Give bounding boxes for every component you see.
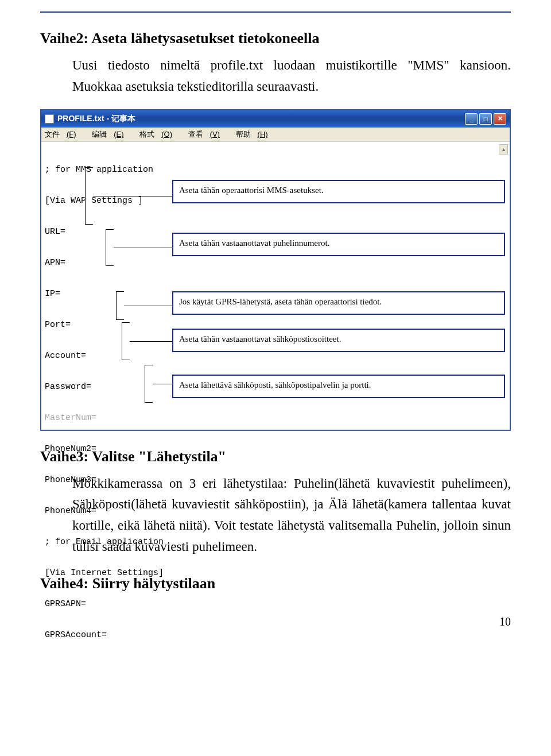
editor-line: PhoneNum2= (45, 444, 164, 454)
callout-mms: Aseta tähän operaattorisi MMS-asetukset. (172, 180, 505, 203)
callout-send-email: Aseta lähettävä sähköposti, sähköpostipa… (172, 375, 505, 398)
notepad-window: PROFILE.txt - 记事本 _ □ ✕ 文件(F) 编辑(E) 格式(O… (40, 109, 511, 431)
section1-title: Vaihe2: Aseta lähetysasetukset tietokone… (40, 30, 511, 47)
editor-line: Password= (45, 382, 164, 392)
window-title: PROFILE.txt - 记事本 (57, 114, 135, 124)
close-button[interactable]: ✕ (494, 113, 506, 125)
top-rule (40, 11, 511, 13)
editor-line: APN= (45, 258, 164, 268)
editor-line: GPRSAPN= (45, 599, 164, 610)
window-titlebar: PROFILE.txt - 记事本 _ □ ✕ (41, 110, 510, 128)
editor-line: [Via Internet Settings] (45, 568, 164, 578)
section1-body: Uusi tiedosto nimeltä profile.txt luodaa… (40, 55, 511, 98)
editor-line: PhoneNum4= (45, 506, 164, 516)
editor-line: MasterNum= (45, 413, 164, 423)
titlebar-left: PROFILE.txt - 记事本 (45, 114, 135, 124)
maximize-button[interactable]: □ (479, 113, 492, 125)
minimize-button[interactable]: _ (465, 113, 478, 125)
editor-line: [Via WAP Settings ] (45, 196, 164, 206)
window-buttons: _ □ ✕ (465, 113, 506, 125)
notepad-icon (45, 114, 54, 124)
editor-line: ; for MMS application (45, 165, 164, 175)
menu-help[interactable]: 帮助(H) (236, 130, 275, 138)
editor-line: ; for Email application (45, 537, 164, 547)
editor-line: IP= (45, 289, 164, 299)
editor-text: ; for MMS application [Via WAP Settings … (41, 142, 168, 429)
menu-format[interactable]: 格式(O) (139, 130, 179, 138)
editor-body[interactable]: ▴ ; for MMS application [Via WAP Setting… (41, 142, 510, 429)
editor-line: Account= (45, 351, 164, 361)
callout-recv-email: Aseta tähän vastaanottavat sähköpostioso… (172, 329, 505, 352)
menu-edit[interactable]: 编辑(E) (92, 130, 130, 138)
editor-line: PhoneNum3= (45, 475, 164, 485)
scroll-up-icon[interactable]: ▴ (499, 144, 508, 155)
menu-file[interactable]: 文件(F) (45, 130, 83, 138)
editor-line: Port= (45, 320, 164, 330)
menubar: 文件(F) 编辑(E) 格式(O) 查看(V) 帮助(H) (41, 128, 510, 142)
editor-line: GPRSAccount= (45, 630, 164, 641)
callout-phonenums: Aseta tähän vastaanottavat puhelinnumero… (172, 233, 505, 256)
editor-line: URL= (45, 227, 164, 237)
menu-view[interactable]: 查看(V) (188, 130, 227, 138)
callout-gprs: Jos käytät GPRS-lähetystä, aseta tähän o… (172, 291, 505, 315)
